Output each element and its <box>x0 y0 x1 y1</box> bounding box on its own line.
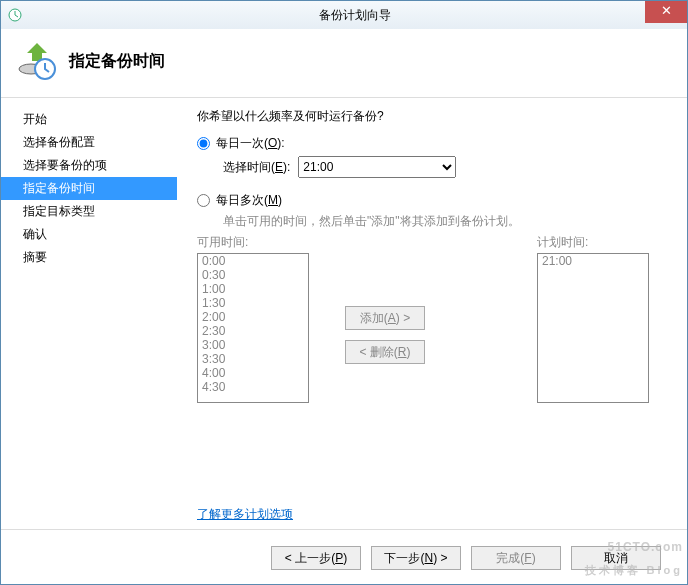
multi-hint: 单击可用的时间，然后单击"添加"将其添加到备份计划。 <box>223 213 665 230</box>
finish-button[interactable]: 完成(F) <box>471 546 561 570</box>
sidebar-item-time[interactable]: 指定备份时间 <box>1 177 177 200</box>
list-item[interactable]: 1:00 <box>198 282 308 296</box>
sidebar-item-config[interactable]: 选择备份配置 <box>1 131 177 154</box>
select-time-label: 选择时间(E): <box>223 159 290 176</box>
sidebar-item-items[interactable]: 选择要备份的项 <box>1 154 177 177</box>
scheduled-listbox[interactable]: 21:00 <box>537 253 649 403</box>
sidebar-item-target[interactable]: 指定目标类型 <box>1 200 177 223</box>
more-options-link[interactable]: 了解更多计划选项 <box>197 507 293 521</box>
window-title: 备份计划向导 <box>23 7 687 24</box>
wizard-window: 备份计划向导 ✕ 指定备份时间 开始 选择备份配置 选择要备份的项 指定备份时间… <box>0 0 688 585</box>
titlebar: 备份计划向导 ✕ <box>1 1 687 29</box>
sidebar: 开始 选择备份配置 选择要备份的项 指定备份时间 指定目标类型 确认 摘要 <box>1 98 177 529</box>
list-item[interactable]: 0:30 <box>198 268 308 282</box>
sidebar-item-confirm[interactable]: 确认 <box>1 223 177 246</box>
scheduled-label: 计划时间: <box>537 234 665 251</box>
list-item[interactable]: 3:30 <box>198 352 308 366</box>
cancel-button[interactable]: 取消 <box>571 546 661 570</box>
header-icon <box>15 39 59 83</box>
add-button[interactable]: 添加(A) > <box>345 306 425 330</box>
next-button[interactable]: 下一步(N) > <box>371 546 461 570</box>
list-item[interactable]: 4:30 <box>198 380 308 394</box>
list-item[interactable]: 3:00 <box>198 338 308 352</box>
list-item[interactable]: 21:00 <box>538 254 648 268</box>
radio-multi[interactable] <box>197 194 210 207</box>
radio-multi-label: 每日多次(M) <box>216 192 282 209</box>
available-label: 可用时间: <box>197 234 325 251</box>
main-panel: 你希望以什么频率及何时运行备份? 每日一次(O): 选择时间(E): 21:00… <box>177 98 687 529</box>
app-icon <box>7 7 23 23</box>
list-item[interactable]: 1:30 <box>198 296 308 310</box>
close-button[interactable]: ✕ <box>645 1 687 23</box>
page-title: 指定备份时间 <box>69 51 165 72</box>
question-text: 你希望以什么频率及何时运行备份? <box>197 108 665 125</box>
available-listbox[interactable]: 0:000:301:001:302:002:303:003:304:004:30 <box>197 253 309 403</box>
remove-button[interactable]: < 删除(R) <box>345 340 425 364</box>
list-item[interactable]: 2:00 <box>198 310 308 324</box>
list-item[interactable]: 0:00 <box>198 254 308 268</box>
time-select[interactable]: 21:00 <box>298 156 456 178</box>
sidebar-item-summary[interactable]: 摘要 <box>1 246 177 269</box>
header: 指定备份时间 <box>1 29 687 98</box>
prev-button[interactable]: < 上一步(P) <box>271 546 361 570</box>
radio-once[interactable] <box>197 137 210 150</box>
sidebar-item-start[interactable]: 开始 <box>1 108 177 131</box>
list-item[interactable]: 2:30 <box>198 324 308 338</box>
footer: < 上一步(P) 下一步(N) > 完成(F) 取消 <box>1 529 687 585</box>
list-item[interactable]: 4:00 <box>198 366 308 380</box>
radio-once-label: 每日一次(O): <box>216 135 285 152</box>
